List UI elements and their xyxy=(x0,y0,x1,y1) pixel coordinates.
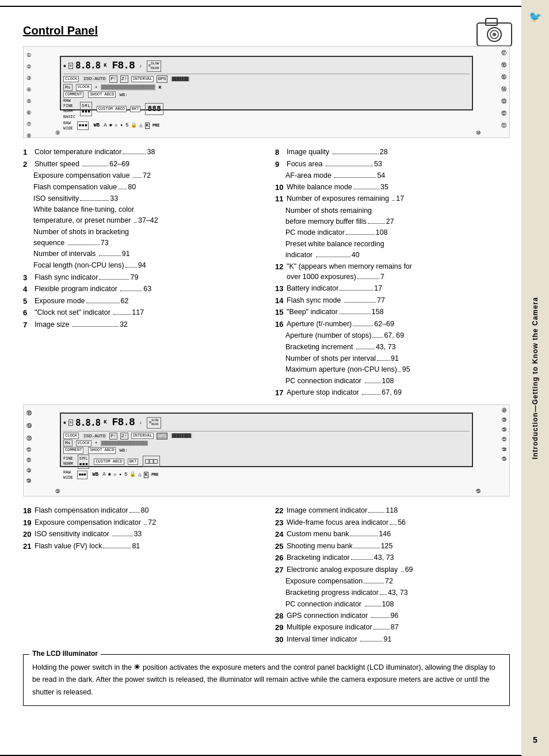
entry-num-1: 1 xyxy=(23,147,32,158)
lcd-illuminator-title: The LCD Illuminator xyxy=(29,650,101,658)
page-number: 5 xyxy=(533,735,537,744)
entry-num-2: 2 xyxy=(23,159,32,170)
sidebar-bird-icon: 🐦 xyxy=(529,10,542,23)
diagram2-entries: 18 Flash compensation indicator80 19 Exp… xyxy=(23,505,510,646)
diagram1-entries: 1 Color temperature indicator38 2 Shutte… xyxy=(23,147,510,399)
page-title: Control Panel xyxy=(23,24,510,37)
camera-icon xyxy=(474,17,514,49)
lcd-illuminator-box: The LCD Illuminator Holding the power sw… xyxy=(23,654,510,706)
right-sidebar: 🐦 Introduction—Getting to Know the Camer… xyxy=(521,0,549,756)
svg-rect-1 xyxy=(486,18,497,25)
sidebar-label: Introduction—Getting to Know the Camera xyxy=(531,297,539,459)
lcd-illuminator-text: Holding the power switch in the ☀ positi… xyxy=(32,662,501,698)
diagram-1: ① ② ③ ④ ⑤ ⑥ ⑦ ⑧ ✱ x 8.8.8 K F8.8 xyxy=(23,46,510,138)
diagram-2: ⑱ ⑲ ⑳ ㉑ ㉒ ㉓ ㉔ ✱ x 8.8.8 K F8.8 ♪ xyxy=(23,404,510,497)
svg-point-4 xyxy=(493,33,496,36)
